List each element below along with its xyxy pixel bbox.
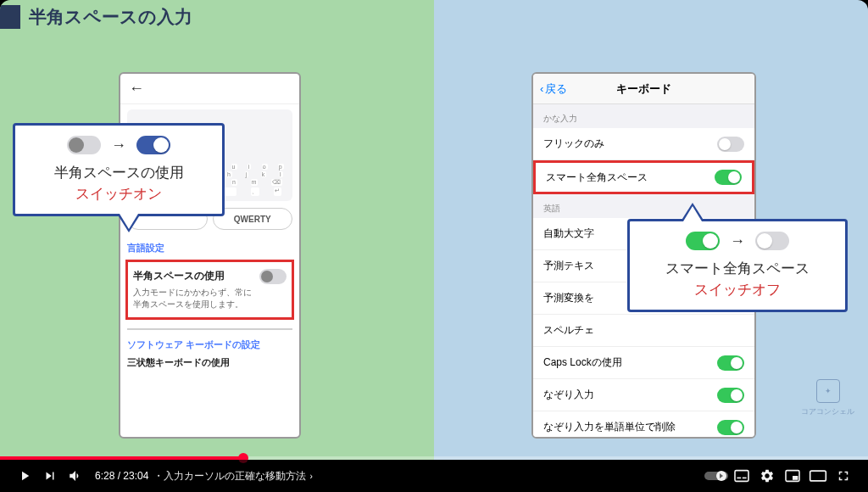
bubble-tail-icon: [117, 214, 141, 232]
chevron-right-icon: ›: [309, 472, 312, 481]
setting-desc: 入力モードにかかわらず、常に半角スペースを使用します。: [133, 287, 254, 310]
spellcheck-row[interactable]: スペルチェ: [533, 315, 754, 347]
ios-nav-title: キーボード: [616, 81, 671, 97]
nazori-word-row[interactable]: なぞり入力を単語単位で削除: [533, 411, 754, 439]
row-label: フリックのみ: [543, 137, 717, 151]
row-label: なぞり入力: [543, 388, 717, 402]
nazori-row[interactable]: なぞり入力: [533, 379, 754, 411]
flick-toggle[interactable]: [717, 137, 744, 152]
back-arrow-icon[interactable]: ←: [129, 80, 144, 98]
arrow-right-icon: →: [111, 137, 126, 154]
back-label: 戻る: [545, 81, 567, 97]
smart-space-row[interactable]: スマート全角スペース: [533, 160, 754, 194]
smart-space-toggle[interactable]: [715, 170, 742, 185]
toggle-before-icon: [67, 136, 101, 154]
phone-header: ←: [120, 74, 299, 104]
row-label: スマート全角スペース: [546, 171, 715, 185]
toggle[interactable]: [717, 355, 744, 371]
callout-action: スイッチオフ: [643, 280, 832, 299]
chapter-title[interactable]: ・入力カーソルの正確な移動方法: [153, 469, 306, 484]
toggle[interactable]: [717, 388, 744, 403]
section-kana: かな入力: [533, 104, 754, 128]
watermark-text: コアコンシェル: [801, 406, 854, 417]
play-button[interactable]: [12, 463, 37, 489]
captions-button[interactable]: [729, 463, 754, 489]
fullscreen-button[interactable]: [831, 463, 856, 489]
theater-button[interactable]: [805, 463, 831, 489]
row-label: スペルチェ: [543, 323, 744, 338]
volume-button[interactable]: [63, 463, 88, 489]
svg-rect-4: [743, 478, 747, 479]
time-display: 6:28 / 23:04: [95, 470, 148, 482]
svg-rect-6: [793, 476, 798, 480]
svg-rect-7: [810, 471, 826, 481]
setting2-title: 三状態キーボードの使用: [127, 356, 292, 369]
miniplayer-button[interactable]: [780, 463, 805, 489]
toggle[interactable]: [717, 420, 744, 435]
video-controls: 6:28 / 23:04 ・入力カーソルの正確な移動方法 ›: [0, 460, 868, 492]
ios-nav-header: ‹ 戻る キーボード: [533, 74, 754, 104]
half-width-space-setting[interactable]: 半角スペースの使用 入力モードにかかわらず、常に半角スペースを使用します。: [125, 260, 294, 320]
callout-switch-on: → 半角スペースの使用 スイッチオン: [13, 123, 225, 216]
ios-back-button[interactable]: ‹ 戻る: [540, 81, 567, 97]
settings-button[interactable]: [754, 463, 780, 489]
section-english: 英語: [533, 194, 754, 218]
svg-rect-3: [737, 478, 741, 479]
video-content: 半角スペースの入力 ← qwertyuiop asdfghjkl zxcvbnm…: [0, 0, 868, 460]
row-label: Caps Lockの使用: [543, 355, 717, 370]
flick-only-row[interactable]: フリックのみ: [533, 128, 754, 160]
divider: [127, 328, 292, 330]
half-width-toggle[interactable]: [259, 269, 287, 284]
setting-title: 半角スペースの使用: [133, 269, 254, 283]
tristate-setting[interactable]: 三状態キーボードの使用: [127, 356, 292, 372]
callout-switch-off: → スマート全角スペース スイッチオフ: [627, 219, 848, 312]
chevron-left-icon: ‹: [540, 82, 543, 95]
watermark: ✦ コアコンシェル: [801, 379, 854, 417]
callout-label: 半角スペースの使用: [29, 163, 209, 182]
page-title: 半角スペースの入力: [29, 5, 192, 29]
next-button[interactable]: [37, 463, 63, 489]
callout-action: スイッチオン: [29, 184, 209, 204]
toggle-after-icon: [755, 232, 789, 250]
callout-label: スマート全角スペース: [643, 259, 832, 278]
capslock-row[interactable]: Caps Lockの使用: [533, 347, 754, 379]
section-software-kb: ソフトウェア キーボードの設定: [127, 338, 292, 351]
row-label: なぞり入力を単語単位で削除: [543, 420, 717, 434]
watermark-icon: ✦: [816, 379, 840, 403]
toggle-before-icon: [686, 232, 720, 250]
left-panel: 半角スペースの入力 ← qwertyuiop asdfghjkl zxcvbnm…: [0, 0, 434, 460]
right-panel: ‹ 戻る キーボード かな入力 フリックのみ スマート全角スペース 英語: [434, 0, 868, 460]
arrow-right-icon: →: [730, 232, 745, 250]
svg-rect-2: [735, 471, 748, 482]
section-language: 言語設定: [127, 242, 292, 254]
title-bar: 半角スペースの入力: [0, 5, 192, 29]
title-marker: [0, 5, 20, 29]
autoplay-toggle[interactable]: [704, 463, 729, 489]
bubble-tail-icon: [681, 203, 704, 221]
toggle-after-icon: [136, 136, 170, 154]
